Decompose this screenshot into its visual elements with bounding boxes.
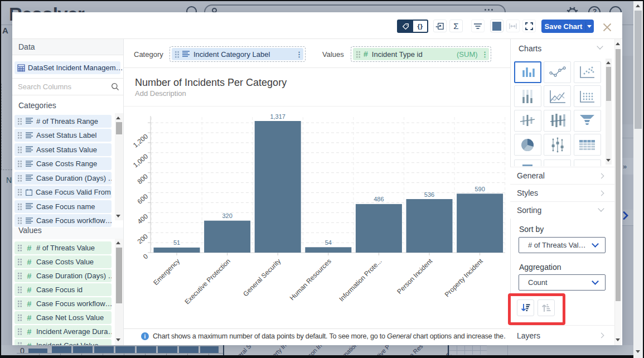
- svg-text:536: 536: [424, 191, 434, 198]
- svg-text:Human Resources: Human Resources: [288, 257, 333, 302]
- svg-text:486: 486: [374, 196, 384, 202]
- svg-text:Emergency: Emergency: [152, 257, 181, 287]
- svg-text:0: 0: [142, 252, 149, 260]
- svg-text:590: 590: [474, 186, 485, 192]
- svg-text:600: 600: [136, 192, 150, 206]
- svg-text:Person Incident: Person Incident: [395, 257, 434, 296]
- svg-text:Executive Protection: Executive Protection: [183, 257, 231, 306]
- svg-text:Information Prote...: Information Prote...: [337, 257, 383, 303]
- svg-text:Property Incident: Property Incident: [443, 257, 485, 299]
- svg-text:51: 51: [173, 239, 180, 246]
- svg-text:320: 320: [222, 212, 232, 219]
- svg-text:200: 200: [136, 233, 150, 246]
- svg-text:400: 400: [136, 212, 150, 226]
- svg-text:1,000: 1,000: [132, 152, 149, 169]
- svg-text:General Security: General Security: [241, 257, 282, 298]
- svg-text:800: 800: [136, 172, 150, 186]
- svg-text:1,317: 1,317: [270, 113, 285, 120]
- svg-text:54: 54: [325, 239, 332, 246]
- svg-text:1,200: 1,200: [132, 132, 149, 149]
